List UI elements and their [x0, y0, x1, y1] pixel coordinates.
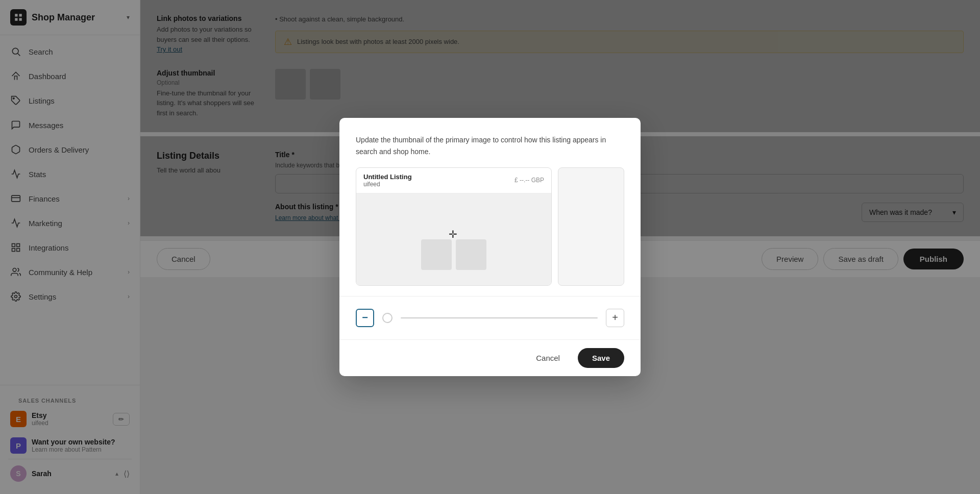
modal-footer: Cancel Save: [339, 339, 641, 376]
slider-track[interactable]: [401, 317, 598, 318]
crosshair-handle[interactable]: ✛: [446, 227, 460, 241]
slider-area: − +: [339, 296, 641, 339]
zoom-in-button[interactable]: +: [606, 309, 624, 327]
thumbnail-card-right: [558, 167, 624, 286]
thumbnail-shop-name: uifeed: [363, 181, 412, 188]
small-preview-2: [456, 239, 486, 270]
minus-icon: −: [362, 312, 368, 324]
thumbnail-image-area[interactable]: ✛: [356, 193, 551, 285]
small-previews: [421, 239, 486, 270]
thumbnail-price: £ --.-- GBP: [514, 177, 544, 184]
thumbnail-card-title-group: Untitled Listing uifeed: [363, 173, 412, 188]
zoom-out-button[interactable]: −: [356, 309, 374, 327]
modal-overlay: Update the thumbnail of the primary imag…: [0, 0, 980, 494]
modal-body: Update the thumbnail of the primary imag…: [339, 118, 641, 286]
small-preview-1: [421, 239, 452, 270]
move-icon: ✛: [449, 228, 457, 240]
thumbnail-preview-wrap: Untitled Listing uifeed £ --.-- GBP ✛: [356, 167, 624, 286]
modal-cancel-button[interactable]: Cancel: [524, 348, 572, 368]
plus-icon: +: [612, 312, 618, 324]
modal-save-button[interactable]: Save: [578, 348, 624, 368]
thumbnail-card-header: Untitled Listing uifeed £ --.-- GBP: [356, 168, 551, 193]
slider-thumb[interactable]: [382, 313, 393, 323]
modal-description: Update the thumbnail of the primary imag…: [356, 134, 624, 157]
thumbnail-modal: Update the thumbnail of the primary imag…: [339, 118, 641, 376]
thumbnail-card-main: Untitled Listing uifeed £ --.-- GBP ✛: [356, 167, 552, 286]
thumbnail-listing-title: Untitled Listing: [363, 173, 412, 181]
